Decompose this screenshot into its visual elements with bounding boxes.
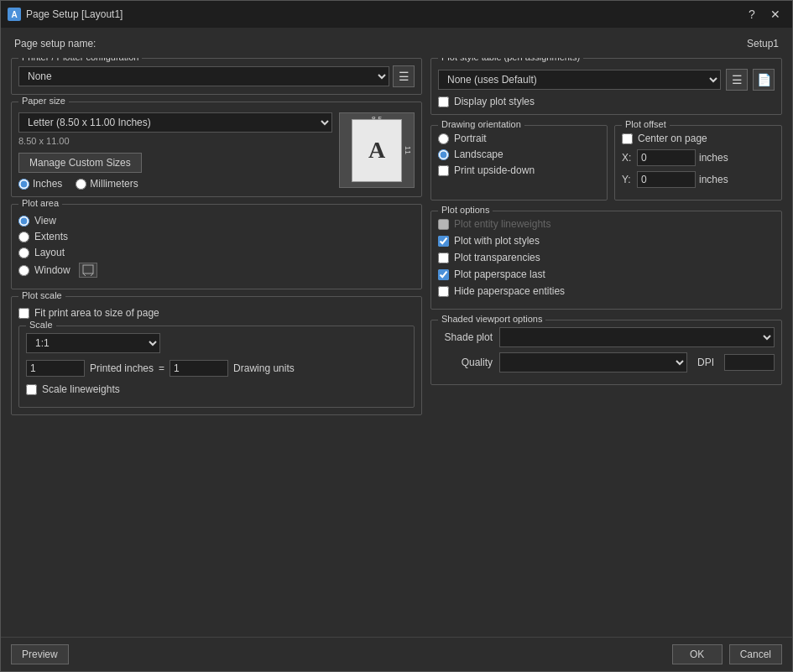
printer-icon-btn[interactable]: ☰	[393, 65, 415, 87]
plot-options-group: Plot options Plot entity lineweights Plo…	[430, 211, 782, 310]
plot-area-window-label[interactable]: Window	[34, 264, 70, 276]
print-upsidedown-label[interactable]: Print upside-down	[454, 164, 535, 176]
cancel-button[interactable]: Cancel	[729, 644, 782, 664]
printed-inches-input[interactable]	[26, 360, 85, 377]
plot-paperspace-last-option: Plot paperspace last	[438, 268, 775, 280]
plot-scale-label: Plot scale	[18, 290, 65, 300]
left-column: Printer / Plotter configuration None ☰ P…	[11, 58, 422, 627]
display-styles-label[interactable]: Display plot styles	[454, 96, 535, 107]
plot-with-styles-label[interactable]: Plot with plot styles	[454, 235, 540, 247]
ok-button[interactable]: OK	[672, 644, 723, 664]
quality-label: Quality	[438, 357, 493, 368]
plot-style-icon-btn2[interactable]: 📄	[753, 69, 775, 91]
plot-entity-lineweights-checkbox[interactable]	[438, 219, 449, 230]
svg-rect-0	[83, 265, 93, 273]
printed-row: Printed inches = Drawing units	[26, 360, 407, 377]
plot-area-view-label[interactable]: View	[34, 215, 56, 227]
dialog-title: Page Setup [Layout1]	[26, 8, 123, 20]
plot-paperspace-last-checkbox[interactable]	[438, 269, 449, 280]
plot-options-label: Plot options	[438, 205, 493, 215]
shade-plot-select[interactable]	[499, 327, 775, 347]
manage-custom-sizes-button[interactable]: Manage Custom Sizes	[18, 153, 142, 173]
app-icon: A	[8, 8, 21, 21]
scale-lineweights-checkbox[interactable]	[26, 384, 37, 395]
center-on-page-label[interactable]: Center on page	[638, 133, 707, 144]
dialog-content: Page setup name: Setup1 Printer / Plotte…	[1, 28, 792, 637]
plot-area-extents: Extents	[18, 231, 415, 242]
plot-style-select[interactable]: None (uses Default)	[438, 70, 721, 90]
offset-y-input[interactable]	[637, 171, 696, 188]
quality-row: Quality DPI	[438, 352, 775, 372]
plot-area-extents-radio[interactable]	[18, 232, 29, 242]
offset-x-row: X: inches	[622, 149, 775, 166]
plot-transparencies-checkbox[interactable]	[438, 253, 449, 263]
drawing-orientation-label: Drawing orientation	[438, 119, 524, 129]
title-bar: A Page Setup [Layout1] ? ✕	[1, 1, 792, 28]
main-columns: Printer / Plotter configuration None ☰ P…	[11, 58, 782, 627]
paper-size-select[interactable]: Letter (8.50 x 11.00 Inches)	[18, 112, 332, 133]
page-setup-dialog: A Page Setup [Layout1] ? ✕ Page setup na…	[0, 0, 793, 672]
shaded-viewport-group: Shaded viewport options Shade plot Quali…	[430, 320, 782, 385]
offset-x-input[interactable]	[637, 149, 696, 166]
inches-radio[interactable]	[18, 179, 29, 190]
landscape-option: Landscape	[438, 148, 600, 160]
preview-button[interactable]: Preview	[11, 644, 69, 664]
plot-with-styles-checkbox[interactable]	[438, 236, 449, 247]
hide-paperspace-entities-label[interactable]: Hide paperspace entities	[454, 285, 565, 297]
orientation-offset-row: Drawing orientation Portrait Landscape P…	[430, 125, 782, 201]
plot-paperspace-last-label[interactable]: Plot paperspace last	[454, 268, 545, 280]
fit-print-label[interactable]: Fit print area to size of page	[34, 307, 159, 319]
offset-y-label: Y:	[622, 174, 634, 185]
plot-transparencies-label[interactable]: Plot transparencies	[454, 252, 540, 263]
plot-area-window-radio[interactable]	[18, 265, 29, 276]
help-button[interactable]: ?	[742, 6, 762, 23]
paper-preview: 8.5 A 11	[339, 112, 415, 188]
shade-plot-label: Shade plot	[438, 331, 493, 343]
scale-lineweights-label[interactable]: Scale lineweights	[42, 383, 120, 395]
print-upsidedown-checkbox[interactable]	[438, 165, 449, 176]
dpi-label: DPI	[697, 357, 714, 368]
plot-area-window: Window	[18, 263, 415, 278]
scale-select[interactable]: 1:1	[26, 333, 160, 353]
paper-size-label: Paper size	[18, 96, 69, 106]
display-styles-checkbox[interactable]	[438, 96, 449, 107]
printer-row: None ☰	[18, 65, 415, 87]
page-setup-name-value: Setup1	[747, 38, 779, 49]
page-setup-name-row: Page setup name: Setup1	[11, 38, 782, 49]
plot-style-top: None (uses Default) ☰ 📄	[438, 69, 775, 91]
paper-inner: A	[352, 119, 402, 182]
millimeters-radio[interactable]	[76, 179, 86, 190]
equals-sign: =	[159, 362, 164, 374]
quality-select[interactable]	[499, 352, 687, 372]
inches-radio-label[interactable]: Inches	[18, 178, 62, 190]
offset-x-units: inches	[699, 152, 728, 164]
dpi-input[interactable]	[724, 354, 775, 371]
close-button[interactable]: ✕	[765, 6, 785, 23]
paper-dim-right: 11	[404, 146, 412, 154]
plot-area-layout-label[interactable]: Layout	[34, 247, 65, 258]
offset-x-label: X:	[622, 152, 634, 164]
footer-right: OK Cancel	[672, 644, 782, 664]
plot-offset-label: Plot offset	[622, 119, 670, 129]
portrait-radio[interactable]	[438, 133, 449, 144]
paper-dimensions: 8.50 x 11.00	[18, 136, 332, 146]
plot-offset-group: Plot offset Center on page X: inches Y:	[614, 125, 782, 201]
landscape-radio[interactable]	[438, 149, 449, 160]
drawing-units-input[interactable]	[170, 360, 228, 377]
fit-print-checkbox[interactable]	[18, 308, 29, 319]
center-on-page-checkbox[interactable]	[622, 133, 633, 144]
plot-area-extents-label[interactable]: Extents	[34, 231, 68, 242]
printer-select[interactable]: None	[18, 66, 389, 86]
plot-area-view-radio[interactable]	[18, 216, 29, 227]
landscape-label[interactable]: Landscape	[454, 148, 503, 160]
window-select-button[interactable]	[79, 263, 97, 278]
millimeters-radio-label[interactable]: Millimeters	[76, 178, 138, 190]
paper-left: Letter (8.50 x 11.00 Inches) 8.50 x 11.0…	[18, 112, 332, 190]
printer-plotter-group: Printer / Plotter configuration None ☰	[11, 58, 422, 95]
portrait-label[interactable]: Portrait	[454, 133, 487, 144]
hide-paperspace-entities-checkbox[interactable]	[438, 286, 449, 297]
plot-style-icon-btn1[interactable]: ☰	[726, 69, 748, 91]
printed-inches-label: Printed inches	[90, 362, 154, 374]
plot-area-layout-radio[interactable]	[18, 247, 29, 258]
shade-plot-row: Shade plot	[438, 327, 775, 347]
